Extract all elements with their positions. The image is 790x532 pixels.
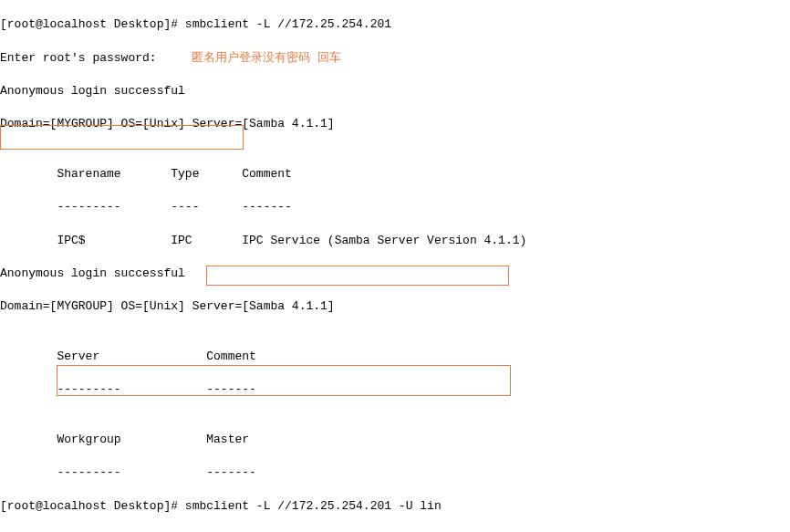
terminal-line: Sharename Type Comment (0, 166, 790, 183)
terminal-line: --------- ------- (0, 464, 790, 481)
terminal-line: Anonymous login successful (0, 83, 790, 99)
terminal-output[interactable]: [root@localhost Desktop]# smbclient -L /… (0, 0, 790, 532)
terminal-line: --------- ------- (0, 381, 790, 398)
terminal-line: Workgroup Master (0, 432, 790, 448)
terminal-line: [root@localhost Desktop]# smbclient -L /… (0, 16, 790, 33)
terminal-line: --------- ---- ------- (0, 199, 790, 215)
annotation-anon: 匿名用户登录没有密码 回车 (192, 50, 341, 67)
terminal-line: Anonymous login successful (0, 266, 790, 282)
terminal-line: Domain=[MYGROUP] OS=[Unix] Server=[Samba… (0, 116, 790, 132)
terminal-line: IPC$ IPC IPC Service (Samba Server Versi… (0, 233, 790, 249)
terminal-line: Domain=[MYGROUP] OS=[Unix] Server=[Samba… (0, 298, 790, 315)
terminal-line: [root@localhost Desktop]# smbclient -L /… (0, 498, 790, 515)
terminal-line: Server Comment (0, 349, 790, 365)
password-prompt: Enter root's password: (0, 51, 163, 65)
terminal-line: Enter root's password: 匿名用户登录没有密码 回车 (0, 50, 790, 67)
